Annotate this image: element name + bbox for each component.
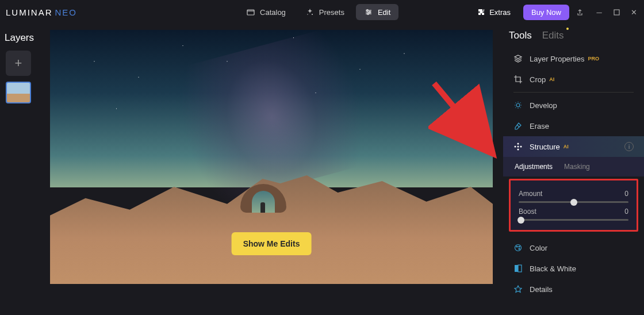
svg-point-9 bbox=[515, 146, 516, 148]
folder-icon bbox=[246, 7, 255, 17]
app-logo: LUMINAR NEO bbox=[6, 7, 77, 17]
tab-edit-label: Edit bbox=[378, 8, 390, 17]
details-icon bbox=[513, 285, 523, 294]
svg-point-2 bbox=[307, 14, 308, 14]
buy-now-button[interactable]: Buy Now bbox=[523, 5, 569, 20]
pro-badge: PRO bbox=[588, 56, 599, 62]
svg-point-10 bbox=[520, 146, 522, 148]
logo-text-1: LUMINAR bbox=[6, 7, 53, 17]
ai-badge: AI bbox=[549, 76, 554, 82]
svg-rect-18 bbox=[518, 265, 522, 272]
svg-point-14 bbox=[516, 246, 518, 247]
divider bbox=[513, 92, 634, 93]
panel-tab-edits[interactable]: Edits bbox=[542, 30, 564, 41]
svg-point-4 bbox=[369, 11, 371, 13]
logo-text-2: NEO bbox=[55, 7, 78, 17]
boost-slider[interactable] bbox=[519, 219, 628, 221]
panel-tab-tools[interactable]: Tools bbox=[509, 30, 532, 41]
tool-label: Details bbox=[530, 285, 553, 294]
add-layer-button[interactable]: + bbox=[6, 51, 31, 76]
ai-badge: AI bbox=[564, 144, 569, 149]
boost-slider-thumb[interactable] bbox=[518, 217, 524, 224]
layers-icon bbox=[513, 54, 523, 63]
tab-catalog[interactable]: Catalog bbox=[238, 4, 294, 20]
tool-label: Erase bbox=[530, 122, 549, 130]
amount-value: 0 bbox=[624, 190, 628, 198]
svg-point-1 bbox=[312, 14, 313, 15]
sliders-icon bbox=[364, 7, 373, 17]
puzzle-icon bbox=[477, 7, 486, 17]
tool-label: Layer Properties bbox=[530, 55, 584, 63]
svg-point-15 bbox=[519, 246, 520, 247]
tool-crop[interactable]: Crop AI bbox=[503, 69, 644, 90]
svg-point-12 bbox=[518, 146, 519, 148]
subtab-masking[interactable]: Masking bbox=[564, 163, 590, 171]
tool-structure[interactable]: Structure AI i bbox=[503, 136, 644, 157]
edits-indicator-dot bbox=[566, 28, 569, 30]
svg-point-16 bbox=[519, 248, 520, 249]
amount-slider[interactable] bbox=[519, 201, 628, 203]
tool-black-white[interactable]: Black & White bbox=[503, 258, 644, 279]
layer-thumb-1[interactable] bbox=[6, 82, 31, 103]
maximize-button[interactable] bbox=[612, 7, 621, 17]
share-icon[interactable] bbox=[575, 7, 584, 17]
tool-label: Structure bbox=[530, 143, 560, 151]
structure-icon bbox=[513, 142, 523, 151]
svg-point-3 bbox=[367, 10, 369, 11]
amount-label: Amount bbox=[519, 190, 542, 198]
color-icon bbox=[513, 243, 523, 252]
subtab-adjustments[interactable]: Adjustments bbox=[515, 163, 553, 171]
structure-sliders-highlight: Amount 0 Boost 0 bbox=[509, 179, 638, 232]
tab-presets[interactable]: Presets bbox=[297, 4, 352, 20]
close-button[interactable]: ✕ bbox=[629, 7, 638, 17]
info-icon[interactable]: i bbox=[624, 142, 634, 151]
svg-point-7 bbox=[516, 103, 520, 107]
tab-presets-label: Presets bbox=[319, 8, 344, 17]
extras-label: Extras bbox=[489, 8, 511, 17]
tool-layer-properties[interactable]: Layer Properties PRO bbox=[503, 48, 644, 69]
boost-value: 0 bbox=[624, 208, 628, 216]
tool-details[interactable]: Details bbox=[503, 279, 644, 299]
image-canvas[interactable]: Show Me Edits bbox=[50, 30, 493, 284]
tab-catalog-label: Catalog bbox=[260, 8, 286, 17]
svg-point-13 bbox=[515, 245, 522, 251]
amount-slider-thumb[interactable] bbox=[570, 199, 577, 206]
svg-rect-6 bbox=[614, 10, 619, 15]
crop-icon bbox=[513, 75, 523, 84]
svg-rect-17 bbox=[515, 265, 518, 272]
svg-point-8 bbox=[518, 143, 519, 145]
boost-label: Boost bbox=[519, 208, 536, 216]
sparkle-icon bbox=[305, 7, 315, 17]
tool-erase[interactable]: Erase bbox=[503, 116, 644, 136]
extras-button[interactable]: Extras bbox=[470, 4, 518, 20]
tool-label: Color bbox=[530, 244, 547, 252]
tool-color[interactable]: Color bbox=[503, 237, 644, 258]
svg-rect-0 bbox=[247, 10, 254, 15]
tool-develop[interactable]: Develop bbox=[503, 95, 644, 116]
sun-icon bbox=[513, 101, 523, 110]
svg-point-5 bbox=[367, 13, 369, 15]
show-me-edits-button[interactable]: Show Me Edits bbox=[232, 232, 312, 255]
tool-label: Develop bbox=[530, 101, 557, 110]
svg-point-11 bbox=[518, 149, 519, 151]
layers-title: Layers bbox=[5, 32, 34, 44]
erase-icon bbox=[513, 121, 523, 130]
minimize-button[interactable]: ─ bbox=[595, 7, 604, 17]
tab-edit[interactable]: Edit bbox=[356, 4, 398, 20]
tool-label: Black & White bbox=[530, 264, 576, 273]
bw-icon bbox=[513, 264, 523, 273]
tool-label: Crop bbox=[530, 75, 546, 84]
